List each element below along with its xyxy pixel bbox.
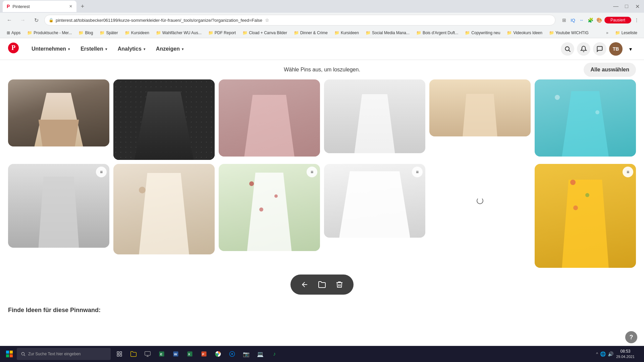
bookmark-social[interactable]: 📁 Social Media Mana... (363, 30, 412, 36)
account-chevron[interactable]: ▾ (625, 44, 636, 54)
bookmark-wahlfaecher[interactable]: 📁 Wahlfächer WU Aus... (153, 30, 204, 36)
pin-card[interactable] (324, 79, 425, 153)
address-text[interactable]: pinterest.at/tobiasbecker061199/kurze-so… (56, 18, 262, 23)
avatar-btn[interactable]: TB (609, 42, 623, 56)
refresh-btn[interactable]: ↻ (31, 15, 42, 25)
bookmark-leseliste[interactable]: 📁 Leseliste (612, 30, 640, 36)
forward-btn[interactable]: → (17, 15, 28, 25)
bookmark-spaeter[interactable]: 📁 Später (97, 30, 120, 36)
account-btn[interactable]: Pausiert (604, 17, 631, 23)
taskbar-spotify[interactable]: ♪ (268, 347, 281, 361)
pin-card[interactable] (429, 79, 531, 136)
pin-card[interactable]: ≡ (535, 164, 636, 268)
pin-card[interactable] (535, 79, 636, 157)
move-btn[interactable] (297, 277, 312, 292)
delete-btn[interactable] (332, 277, 347, 292)
pin-card[interactable] (219, 79, 320, 157)
svg-rect-14 (145, 352, 151, 356)
extensions-btn[interactable]: ⊞ (561, 17, 568, 23)
svg-point-2 (565, 47, 569, 51)
bookmark-kursideen2[interactable]: 📁 Kursideen (332, 30, 362, 36)
bookmark-youtube[interactable]: 📁 Youtube WICHTIG (546, 30, 591, 36)
bookmark-dinner[interactable]: 📁 Dinner & Crime (291, 30, 330, 36)
folder-btn[interactable] (315, 277, 329, 292)
svg-rect-11 (120, 352, 122, 353)
folder-icon-6: 📁 (208, 31, 213, 35)
erstellen-chevron: ▾ (105, 47, 107, 51)
svg-text:W: W (174, 352, 177, 356)
tab-close-btn[interactable]: ✕ (69, 4, 72, 9)
bookmark-bois[interactable]: 📁 Bois d'Argent Duft... (414, 30, 461, 36)
folder-icon-10: 📁 (366, 31, 371, 35)
bookmark-kursideen1[interactable]: 📁 Kursideen (122, 30, 152, 36)
taskbar-office[interactable]: 💻 (254, 347, 267, 361)
notifications-btn[interactable] (577, 42, 590, 56)
pin-menu-btn-4[interactable]: ≡ (623, 167, 633, 177)
taskbar-network-icon[interactable]: 🌐 (600, 351, 606, 357)
sync-icon[interactable]: ↔ (578, 17, 585, 23)
pin-card[interactable]: ≡ (8, 164, 109, 248)
taskbar: Zur Suche Text hier eingeben (0, 346, 644, 362)
start-btn[interactable] (3, 347, 16, 361)
taskbar-tables[interactable]: E (155, 347, 168, 361)
new-tab-btn[interactable]: + (78, 2, 87, 11)
pinterest-app: P Unternehmen ▾ Erstellen ▾ Analytics ▾ … (0, 38, 644, 362)
bookmark-pdf[interactable]: 📁 PDF Report (206, 30, 238, 36)
bookmark-apps[interactable]: ⊞ Apps (4, 30, 23, 36)
pin-menu-btn-3[interactable]: ≡ (412, 167, 423, 177)
nav-erstellen[interactable]: Erstellen ▾ (76, 43, 112, 55)
star-icon[interactable]: ☆ (265, 17, 269, 23)
taskbar-search-box[interactable]: Zur Suche Text hier eingeben (17, 348, 111, 360)
bookmark-videokurs[interactable]: 📁 Videokurs Ideen (504, 30, 545, 36)
taskbar-up-arrow[interactable]: ^ (596, 352, 598, 356)
profile-icon[interactable]: IQ (570, 17, 576, 23)
pin-card[interactable] (8, 79, 109, 146)
taskbar-apps: E W X P (113, 347, 281, 361)
bookmark-blog[interactable]: 📁 Blog (76, 30, 96, 36)
close-btn[interactable]: ✕ (633, 2, 641, 10)
pin-menu-btn[interactable]: ≡ (96, 167, 107, 177)
back-btn[interactable]: ← (4, 15, 15, 25)
pin-menu-btn-2[interactable]: ≡ (307, 167, 317, 177)
taskbar-photos[interactable]: 📷 (239, 347, 253, 361)
taskbar-volume-icon[interactable]: 🔊 (608, 351, 613, 357)
nav-anzeigen[interactable]: Anzeigen ▾ (151, 43, 188, 55)
bookmark-copywriting[interactable]: 📁 Copywriting neu (462, 30, 503, 36)
header-right: TB ▾ (561, 42, 636, 56)
svg-rect-4 (6, 351, 9, 354)
pin-card[interactable] (113, 79, 215, 160)
pin-card[interactable]: ≡ (324, 164, 425, 238)
pinterest-logo[interactable]: P (8, 43, 19, 56)
select-all-btn[interactable]: Alle auswählen (584, 63, 636, 77)
search-btn[interactable] (561, 42, 574, 56)
taskbar-excel[interactable]: X (183, 347, 197, 361)
taskbar-notification-area[interactable] (637, 348, 641, 360)
nav-unternehmen[interactable]: Unternehmen ▾ (27, 43, 74, 55)
active-tab[interactable]: P Pinterest ✕ (3, 1, 76, 12)
minimize-btn[interactable]: — (612, 2, 620, 10)
extension1-icon[interactable]: 🧩 (587, 17, 594, 23)
menu-btn[interactable]: ⋮ (633, 17, 640, 23)
bookmark-cload[interactable]: 📁 Cload + Canva Bilder (240, 30, 290, 36)
taskbar-explorer[interactable] (127, 347, 140, 361)
pin-card[interactable] (113, 164, 215, 254)
extension2-icon[interactable]: 🎨 (596, 17, 602, 23)
maximize-btn[interactable]: □ (623, 2, 631, 10)
taskbar-chrome[interactable] (211, 347, 225, 361)
taskbar-monitor[interactable] (141, 347, 154, 361)
taskbar-edge[interactable] (225, 347, 239, 361)
taskbar-powerpoint[interactable]: P (197, 347, 211, 361)
nav-analytics[interactable]: Analytics ▾ (113, 43, 150, 55)
taskbar-word[interactable]: W (169, 347, 182, 361)
bookmark-produktsuche[interactable]: 📁 Produktsuche - Mer... (24, 30, 74, 36)
taskbar-task-view[interactable] (113, 347, 126, 361)
browser-controls: ← → ↻ 🔒 pinterest.at/tobiasbecker061199/… (0, 13, 644, 27)
folder-icon-14: 📁 (549, 31, 554, 35)
folder-icon-3: 📁 (100, 31, 105, 35)
pin-card[interactable]: ≡ (219, 164, 320, 251)
taskbar-clock[interactable]: 08:53 29.04.2021 (616, 349, 635, 359)
svg-point-8 (21, 352, 24, 355)
messages-btn[interactable] (593, 42, 606, 56)
more-bookmarks-btn[interactable]: » (603, 30, 611, 36)
help-btn[interactable]: ? (625, 331, 637, 343)
